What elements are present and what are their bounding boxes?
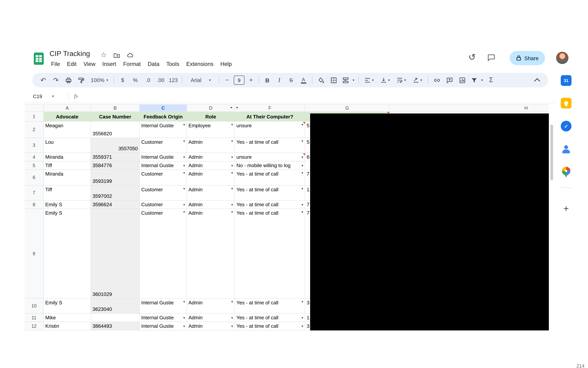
- contacts-icon[interactable]: [561, 144, 571, 155]
- star-icon[interactable]: ☆: [99, 50, 108, 59]
- chevron-down-icon[interactable]: ▾: [301, 203, 303, 206]
- column-header-c[interactable]: C: [140, 104, 187, 112]
- borders-button[interactable]: [328, 74, 340, 86]
- font-size-input[interactable]: 9: [234, 75, 244, 85]
- chevron-down-icon[interactable]: ▾: [183, 210, 185, 214]
- cell-at-computer[interactable]: Yes - at time of call▾: [235, 185, 305, 201]
- cell-case-number[interactable]: 3584776: [91, 161, 140, 170]
- chevron-down-icon[interactable]: ▾: [231, 316, 233, 320]
- cell-feedback-origin[interactable]: Internal Gustie▾: [140, 313, 187, 322]
- cell-feedback-origin[interactable]: Customer▾: [140, 170, 187, 185]
- menu-help[interactable]: Help: [217, 60, 235, 68]
- format-percent-button[interactable]: %: [129, 74, 142, 86]
- font-family-select[interactable]: Arial ▾: [185, 74, 217, 86]
- cell-role[interactable]: Employee▾: [187, 121, 235, 138]
- header-cell-case-number[interactable]: Case Number: [91, 112, 140, 121]
- header-cell-at-computer[interactable]: At Their Computer?: [235, 112, 305, 121]
- cell-feedback-origin[interactable]: Customer▾: [140, 138, 187, 153]
- cell-at-computer[interactable]: Yes - at time of call▾: [235, 201, 305, 209]
- header-cell-feedback-origin[interactable]: Feedback Origin: [140, 112, 187, 121]
- cell-advocate[interactable]: Mike: [44, 313, 91, 322]
- document-title[interactable]: CIP Tracking: [49, 49, 90, 58]
- row-header[interactable]: 7: [25, 185, 44, 201]
- zoom-select[interactable]: 100% ▾: [87, 74, 111, 86]
- cell-case-number[interactable]: 3556820: [91, 121, 140, 138]
- keep-icon[interactable]: [561, 98, 571, 109]
- cell-case-number[interactable]: 3596624: [91, 201, 140, 209]
- cell-advocate[interactable]: Lou: [44, 138, 91, 153]
- column-header-h[interactable]: H: [390, 104, 549, 112]
- cloud-status-icon[interactable]: [125, 51, 135, 60]
- chevron-down-icon[interactable]: ▾: [301, 210, 303, 214]
- cell-feedback-origin[interactable]: Customer▾: [140, 201, 187, 209]
- create-filter-button[interactable]: [469, 74, 479, 86]
- menu-format[interactable]: Format: [120, 60, 144, 68]
- insert-link-button[interactable]: [431, 74, 443, 86]
- cell-advocate[interactable]: Meagan: [44, 121, 91, 138]
- column-header-d[interactable]: D: [187, 104, 235, 112]
- cell-feedback-origin[interactable]: Internal Gustie▾: [140, 153, 187, 161]
- chevron-down-icon[interactable]: ▾: [301, 155, 303, 159]
- print-button[interactable]: [62, 74, 75, 86]
- insert-comment-button[interactable]: [443, 74, 456, 86]
- cell-advocate[interactable]: Emily S: [44, 201, 91, 209]
- chevron-down-icon[interactable]: ▾: [301, 139, 303, 143]
- cell-feedback-origin[interactable]: Customer▾: [140, 185, 187, 201]
- cell-advocate[interactable]: Emily S: [44, 299, 91, 313]
- cell-case-number[interactable]: 3597002: [91, 185, 140, 201]
- vertical-scrollbar[interactable]: [550, 125, 553, 180]
- cell-at-computer[interactable]: Yes - at time of call▾: [235, 138, 305, 153]
- chevron-down-icon[interactable]: ▾: [301, 171, 303, 175]
- decrease-font-size-button[interactable]: −: [222, 74, 232, 86]
- cell-case-number[interactable]: 3557050: [91, 138, 140, 153]
- menu-insert[interactable]: Insert: [99, 60, 120, 68]
- redo-button[interactable]: ↷: [49, 74, 62, 86]
- chevron-down-icon[interactable]: ▾: [183, 123, 185, 127]
- cell-at-computer[interactable]: Yes - at time of call▾: [235, 170, 305, 185]
- cell-advocate[interactable]: Tiff: [44, 161, 91, 170]
- horizontal-align-button[interactable]: ▾: [361, 74, 377, 86]
- row-header[interactable]: 4: [25, 153, 44, 161]
- cell-case-number[interactable]: 3623040: [91, 299, 140, 313]
- cell-advocate[interactable]: Kristin: [44, 322, 91, 331]
- cell-role[interactable]: Admin▾: [187, 138, 235, 153]
- chevron-down-icon[interactable]: ▾: [183, 324, 185, 328]
- chevron-down-icon[interactable]: ▾: [231, 210, 233, 214]
- row-header[interactable]: 5: [25, 161, 44, 170]
- chevron-down-icon[interactable]: ▾: [231, 155, 233, 159]
- cell-role[interactable]: Admin▾: [187, 201, 235, 209]
- menu-view[interactable]: View: [80, 60, 99, 68]
- maps-icon[interactable]: [561, 167, 571, 177]
- filter-options-caret[interactable]: ▾: [479, 74, 485, 86]
- chevron-down-icon[interactable]: ▾: [301, 300, 303, 304]
- avatar[interactable]: [556, 52, 569, 64]
- paint-format-button[interactable]: [75, 74, 87, 86]
- cell-at-computer[interactable]: Yes - at time of call▾: [235, 313, 305, 322]
- comment-history-icon[interactable]: [487, 53, 496, 62]
- move-folder-icon[interactable]: [112, 51, 121, 60]
- cell-at-computer[interactable]: Yes - at time of call▾: [235, 299, 305, 313]
- chevron-down-icon[interactable]: ▾: [231, 300, 233, 304]
- chevron-down-icon[interactable]: ▾: [231, 187, 233, 191]
- cell-role[interactable]: Admin▾: [187, 322, 235, 331]
- chevron-down-icon[interactable]: ▾: [231, 324, 233, 328]
- vertical-align-button[interactable]: ▾: [377, 74, 393, 86]
- add-addon-button[interactable]: +: [561, 203, 571, 214]
- chevron-down-icon[interactable]: ▾: [301, 187, 303, 191]
- cell-role[interactable]: Admin▾: [187, 185, 235, 201]
- undo-button[interactable]: ↶: [37, 74, 49, 86]
- cell-case-number[interactable]: 3601029: [91, 209, 140, 299]
- row-header[interactable]: 6: [25, 170, 44, 185]
- text-color-button[interactable]: A: [297, 74, 310, 86]
- row-header[interactable]: 8: [25, 201, 44, 209]
- cell-advocate[interactable]: Emily S: [44, 209, 91, 299]
- merge-cells-button[interactable]: [340, 74, 351, 86]
- chevron-down-icon[interactable]: ▾: [183, 316, 185, 320]
- cell-role[interactable]: Admin▾: [187, 299, 235, 313]
- decrease-decimal-button[interactable]: .0: [142, 74, 154, 86]
- strikethrough-button[interactable]: S: [285, 74, 297, 86]
- share-button[interactable]: Share: [510, 51, 545, 65]
- cell-at-computer[interactable]: Yes - at time of call▾: [235, 322, 305, 331]
- unhide-column-right-icon[interactable]: ▸: [236, 105, 238, 109]
- cell-role[interactable]: Admin▾: [187, 153, 235, 161]
